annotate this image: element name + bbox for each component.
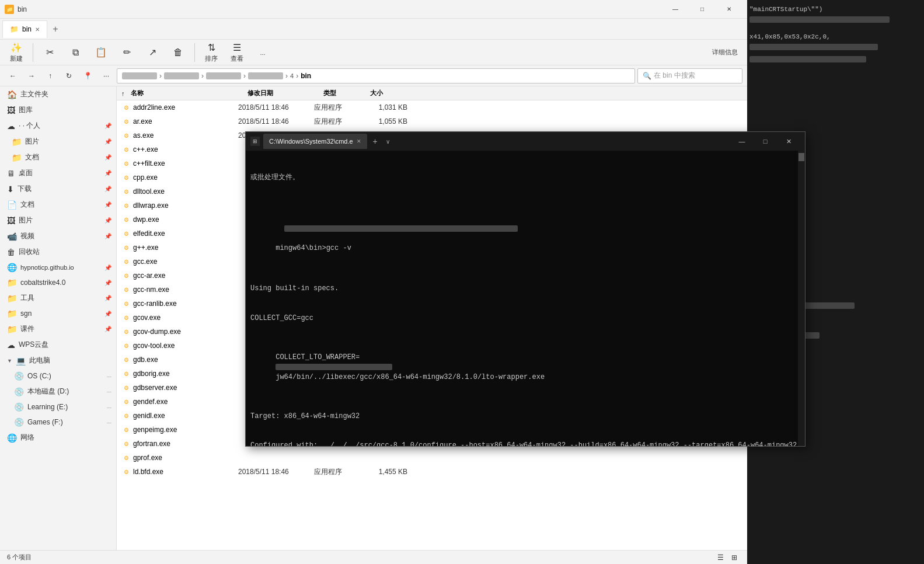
sidebar-item-courseware[interactable]: 📁 课件 📌 [0, 321, 116, 337]
sidebar-item-docs[interactable]: 📁 文档 📌 [0, 149, 116, 165]
sort-button[interactable]: ⇅ 排序 [200, 40, 223, 65]
sidebar-item-pics2[interactable]: 🖼 图片 📌 [0, 213, 116, 228]
toolbar-separator-2 [194, 43, 195, 62]
file-icon: ⚙ [121, 411, 131, 420]
col-size-header[interactable]: 大小 [370, 89, 417, 98]
maximize-button[interactable]: □ [689, 0, 716, 19]
cut-icon: ✂ [46, 47, 54, 58]
list-view-button[interactable]: ☰ [714, 552, 726, 563]
file-row[interactable]: ⚙ ld.bfd.exe 2018/5/11 18:46 应用程序 1,455 … [117, 465, 747, 479]
cmd-scrollbar[interactable] [798, 151, 805, 446]
copy-button[interactable]: ⧉ [64, 45, 87, 60]
file-icon: ⚙ [121, 117, 131, 126]
share-button[interactable]: ↗ [141, 44, 164, 60]
expand-nav-button[interactable]: ··· [98, 68, 114, 84]
sidebar-item-recycle[interactable]: 🗑 回收站 [0, 244, 116, 260]
cobalt-icon: 📁 [7, 278, 17, 287]
sidebar-item-cobalt[interactable]: 📁 cobaltstrike4.0 📌 [0, 275, 116, 290]
toolbar: ✨ 新建 ✂ ⧉ 📋 ✏ ↗ 🗑 ⇅ 排序 ☰ 查看 [0, 40, 747, 65]
sidebar-label-osdrive: OS (C:) [27, 372, 51, 380]
col-name-header[interactable]: 名称 [131, 89, 247, 98]
search-placeholder: 在 bin 中搜索 [654, 71, 695, 81]
sidebar-item-home[interactable]: 🏠 主文件夹 [0, 86, 116, 102]
paste-button[interactable]: 📋 [89, 44, 113, 60]
cmd-tab-label: C:\Windows\System32\cmd.e [269, 138, 353, 145]
tab-close-button[interactable]: ✕ [35, 26, 40, 33]
osdrive-icon: 💿 [14, 371, 24, 381]
sidebar-item-network[interactable]: 🌐 网络 [0, 430, 116, 445]
close-button[interactable]: ✕ [716, 0, 742, 19]
sidebar-item-pictures[interactable]: 📁 图片 📌 [0, 134, 116, 149]
sidebar-label-cobalt: cobaltstrike4.0 [20, 278, 65, 287]
cmd-tab-dropdown-button[interactable]: ∨ [383, 137, 392, 146]
minimize-button[interactable]: — [662, 0, 689, 19]
cmd-tab-close[interactable]: ✕ [357, 138, 361, 144]
details-button[interactable]: 详细信息 [707, 46, 742, 59]
sidebar-item-github[interactable]: 🌐 hypnoticp.github.io 📌 [0, 260, 116, 275]
new-tab-button[interactable]: + [47, 21, 64, 37]
file-row[interactable]: ⚙ ar.exe 2018/5/11 18:46 应用程序 1,055 KB [117, 114, 747, 128]
cmd-title-controls: — □ ✕ [730, 132, 800, 151]
sidebar-item-wps[interactable]: ☁ WPS云盘 [0, 337, 116, 353]
file-icon: ⚙ [121, 229, 131, 238]
refresh-button[interactable]: ↻ [61, 68, 77, 84]
cmd-minimize-button[interactable]: — [730, 132, 754, 151]
col-date-header[interactable]: 修改日期 [247, 89, 323, 98]
address-path[interactable]: › › › › 4 › bin [117, 68, 635, 83]
file-row[interactable]: ⚙ addr2line.exe 2018/5/11 18:46 应用程序 1,0… [117, 100, 747, 114]
mypc-expand-icon: ▼ [7, 358, 12, 364]
file-size-cell: 1,031 KB [361, 103, 407, 112]
cmd-new-tab-button[interactable]: + [368, 134, 382, 148]
search-box[interactable]: 🔍 在 bin 中搜索 [637, 68, 742, 83]
rename-button[interactable]: ✏ [115, 44, 138, 60]
col-type-header[interactable]: 类型 [323, 89, 370, 98]
file-icon: ⚙ [121, 397, 131, 406]
explorer-tab[interactable]: 📁 bin ✕ [2, 20, 47, 38]
pin-icon-6: 📌 [104, 201, 111, 208]
sidebar-item-mypc[interactable]: ▼ 💻 此电脑 [0, 353, 116, 368]
grid-view-button[interactable]: ⊞ [728, 552, 740, 563]
more-button[interactable]: ... [251, 47, 274, 58]
title-controls: — □ ✕ [662, 0, 742, 19]
view-button[interactable]: ☰ 查看 [225, 40, 249, 65]
pin-icon-5: 📌 [104, 186, 111, 192]
sidebar-item-games-f[interactable]: 💿 Games (F:) — [0, 415, 116, 430]
cmd-scrollbar-thumb[interactable] [799, 153, 804, 161]
location-button[interactable]: 📍 [79, 68, 96, 84]
sidebar-label-games-f: Games (F:) [27, 418, 63, 426]
file-icon: ⚙ [121, 173, 131, 182]
cmd-body[interactable]: 或批处理文件。 mingw64\bin>gcc -v Using built-i… [246, 151, 805, 446]
file-icon: ⚙ [121, 187, 131, 196]
sidebar-item-sgn[interactable]: 📁 sgn 📌 [0, 306, 116, 321]
file-icon: ⚙ [121, 103, 131, 112]
file-row[interactable]: ⚙ gprof.exe [117, 451, 747, 465]
sidebar-item-local-d[interactable]: 💿 本地磁盘 (D:) — [0, 384, 116, 399]
up-button[interactable]: ↑ [42, 68, 58, 84]
sidebar-item-document[interactable]: 📄 文档 📌 [0, 197, 116, 213]
sidebar-item-gallery[interactable]: 🖼 图库 [0, 102, 116, 118]
sidebar-item-personal[interactable]: ☁ · · 个人 📌 [0, 118, 116, 134]
cmd-close-button[interactable]: ✕ [777, 132, 800, 151]
sidebar-label-courseware: 课件 [20, 324, 34, 334]
cmd-maximize-button[interactable]: □ [754, 132, 777, 151]
sidebar-item-osdrive[interactable]: 💿 OS (C:) — [0, 368, 116, 384]
sidebar-item-video[interactable]: 📹 视频 📌 [0, 228, 116, 244]
forward-button[interactable]: → [23, 68, 40, 84]
cmd-tab-1[interactable]: C:\Windows\System32\cmd.e ✕ [263, 134, 367, 149]
sidebar-item-tools[interactable]: 📁 工具 📌 [0, 290, 116, 306]
sidebar-item-learning-e[interactable]: 💿 Learning (E:) — [0, 399, 116, 415]
delete-button[interactable]: 🗑 [166, 45, 190, 60]
pin-icon-9: 📌 [104, 264, 111, 271]
tools-icon: 📁 [7, 294, 17, 303]
sidebar-label-learning-e: Learning (E:) [27, 403, 68, 411]
back-button[interactable]: ← [5, 68, 21, 84]
sidebar-item-desktop[interactable]: 🖥 桌面 📌 [0, 165, 116, 181]
pin-icon-16: — [107, 405, 111, 410]
cut-button[interactable]: ✂ [38, 44, 61, 60]
file-icon: ⚙ [121, 131, 131, 140]
local-d-icon: 💿 [14, 387, 24, 396]
sidebar-label-network: 网络 [20, 433, 34, 443]
new-button[interactable]: ✨ 新建 [5, 40, 28, 65]
file-name-cell: ⚙ dllwrap.exe [121, 201, 238, 210]
sidebar-item-downloads[interactable]: ⬇ 下载 📌 [0, 181, 116, 197]
